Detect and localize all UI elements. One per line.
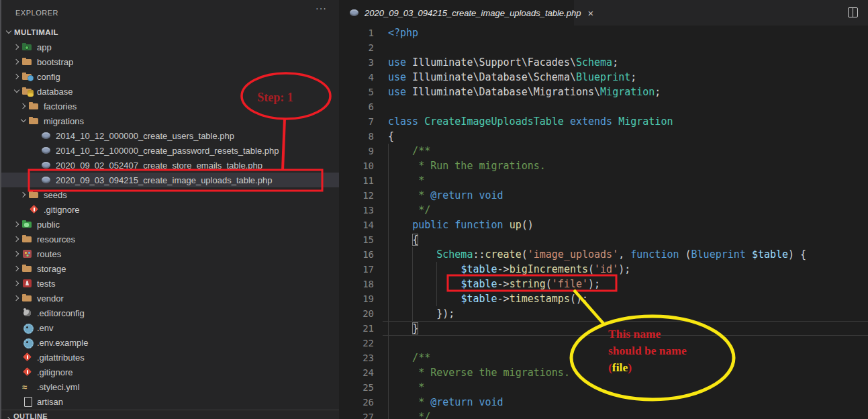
chevron-right-icon[interactable]: [19, 99, 28, 113]
line-number[interactable]: 13: [339, 203, 374, 218]
line-number[interactable]: 6: [339, 99, 374, 114]
code-line-4[interactable]: 4use Illuminate\Database\Schema\Blueprin…: [339, 70, 868, 85]
code-line-5[interactable]: 5use Illuminate\Database\Migrations\Migr…: [339, 85, 868, 99]
tree-item-.gitignore[interactable]: .gitignore: [1, 365, 339, 379]
chevron-right-icon[interactable]: [12, 246, 21, 261]
line-number[interactable]: 9: [339, 144, 374, 158]
code-line-17[interactable]: 17 $table->bigIncrements('id');: [339, 262, 868, 277]
line-number[interactable]: 7: [339, 114, 374, 129]
tree-item-routes[interactable]: routes: [1, 246, 339, 261]
code-line-3[interactable]: 3use Illuminate\Support\Facades\Schema;: [339, 55, 868, 70]
line-number[interactable]: 10: [339, 158, 374, 173]
code-line-11[interactable]: 11 *: [339, 173, 868, 188]
line-number[interactable]: 14: [339, 218, 374, 232]
line-number[interactable]: 20: [339, 306, 374, 321]
code-line-27[interactable]: 27 */: [339, 410, 868, 419]
tree-item-2020-09-02-052407-create-store-emails-table.php[interactable]: 2020_09_02_052407_create_store_emails_ta…: [1, 158, 339, 173]
code-line-1[interactable]: 1<?php: [339, 26, 868, 40]
code-area[interactable]: 1<?php23use Illuminate\Support\Facades\S…: [339, 26, 868, 419]
line-number[interactable]: 24: [339, 365, 374, 380]
chevron-right-icon[interactable]: [12, 69, 21, 84]
chevron-right-icon[interactable]: [12, 276, 21, 291]
tree-item-artisan[interactable]: artisan: [1, 394, 339, 409]
line-number[interactable]: 1: [339, 26, 374, 40]
code-line-2[interactable]: 2: [339, 40, 868, 55]
line-number[interactable]: 8: [339, 129, 374, 144]
tree-item-app[interactable]: app: [1, 40, 339, 54]
chevron-right-icon[interactable]: [12, 261, 21, 276]
tree-item-migrations[interactable]: migrations: [1, 113, 339, 128]
tree-item-database[interactable]: database: [1, 84, 339, 99]
tree-item-tests[interactable]: tests: [1, 276, 339, 291]
chevron-right-icon[interactable]: [19, 187, 28, 202]
line-number[interactable]: 15: [339, 232, 374, 247]
line-number[interactable]: 18: [339, 277, 374, 291]
tree-item-2014-10-12-000000-create-users-table.php[interactable]: 2014_10_12_000000_create_users_table.php: [1, 128, 339, 143]
code-line-19[interactable]: 19 $table->timestamps();: [339, 291, 868, 306]
code-line-13[interactable]: 13 */: [339, 203, 868, 218]
line-number[interactable]: 25: [339, 380, 374, 395]
code-line-16[interactable]: 16 Schema::create('image_uploads', funct…: [339, 247, 868, 262]
code-line-18[interactable]: 18 $table->string('file');: [339, 277, 868, 291]
code-line-7[interactable]: 7class CreateImageUploadsTable extends M…: [339, 114, 868, 129]
chevron-right-icon[interactable]: [12, 232, 21, 246]
line-number[interactable]: 4: [339, 70, 374, 85]
more-actions-icon[interactable]: ···: [316, 3, 327, 13]
line-number[interactable]: 5: [339, 85, 374, 99]
tree-item-.gitattributes[interactable]: .gitattributes: [1, 350, 339, 365]
code-line-12[interactable]: 12 * @return void: [339, 188, 868, 203]
line-number[interactable]: 12: [339, 188, 374, 203]
tree-item-2014-10-12-100000-create-password-resets-table.php[interactable]: 2014_10_12_100000_create_password_resets…: [1, 143, 339, 158]
tree-item-vendor[interactable]: vendor: [1, 291, 339, 306]
code-line-14[interactable]: 14 public function up(): [339, 218, 868, 232]
tree-item-public[interactable]: public: [1, 217, 339, 232]
code-line-20[interactable]: 20 });: [339, 306, 868, 321]
line-number[interactable]: 16: [339, 247, 374, 262]
tree-item-.styleci.yml[interactable]: .styleci.yml: [1, 379, 339, 394]
code-line-23[interactable]: 23 /**: [339, 351, 868, 365]
split-editor-icon[interactable]: [848, 7, 858, 17]
line-number[interactable]: 23: [339, 351, 374, 365]
code-line-22[interactable]: 22: [339, 336, 868, 351]
php-icon: [41, 160, 52, 171]
code-line-6[interactable]: 6: [339, 99, 868, 114]
close-tab-icon[interactable]: ×: [587, 8, 593, 18]
line-number[interactable]: 3: [339, 55, 374, 70]
tree-item-.env.example[interactable]: .env.example: [1, 335, 339, 350]
tree-item-bootstrap[interactable]: bootstrap: [1, 54, 339, 69]
chevron-right-icon[interactable]: [12, 291, 21, 306]
tree-item-.editorconfig[interactable]: .editorconfig: [1, 306, 339, 320]
line-number[interactable]: 26: [339, 395, 374, 410]
tree-item-.env[interactable]: .env: [1, 320, 339, 335]
code-line-8[interactable]: 8{: [339, 129, 868, 144]
tree-item-2020-09-03-094215-create-image-uploads-table.php[interactable]: 2020_09_03_094215_create_image_uploads_t…: [1, 173, 339, 187]
outline-section[interactable]: OUTLINE: [1, 410, 339, 419]
code-line-25[interactable]: 25 *: [339, 380, 868, 395]
line-number[interactable]: 19: [339, 291, 374, 306]
line-number[interactable]: 21: [339, 321, 374, 336]
code-line-10[interactable]: 10 * Run the migrations.: [339, 158, 868, 173]
line-number[interactable]: 17: [339, 262, 374, 277]
chevron-right-icon[interactable]: [12, 40, 21, 54]
tab-migration-file[interactable]: 2020_09_03_094215_create_image_uploads_t…: [339, 0, 574, 26]
chevron-right-icon[interactable]: [12, 217, 21, 232]
line-number[interactable]: 22: [339, 336, 374, 351]
code-line-15[interactable]: 15 {: [339, 232, 868, 247]
code-line-9[interactable]: 9 /**: [339, 144, 868, 158]
tree-root-multimail[interactable]: MULTIMAIL: [1, 25, 339, 40]
code-line-26[interactable]: 26 * @return void: [339, 395, 868, 410]
chevron-down-icon[interactable]: [12, 84, 21, 99]
code-line-21[interactable]: 21 }: [339, 321, 868, 336]
line-number[interactable]: 2: [339, 40, 374, 55]
tree-item-storage[interactable]: storage: [1, 261, 339, 276]
code-line-24[interactable]: 24 * Reverse the migrations.: [339, 365, 868, 380]
tree-item-factories[interactable]: factories: [1, 99, 339, 113]
line-number[interactable]: 27: [339, 410, 374, 419]
chevron-down-icon[interactable]: [19, 113, 28, 128]
tree-item-resources[interactable]: resources: [1, 232, 339, 246]
line-number[interactable]: 11: [339, 173, 374, 188]
tree-item-.gitignore[interactable]: .gitignore: [1, 202, 339, 217]
tree-item-config[interactable]: config: [1, 69, 339, 84]
chevron-right-icon[interactable]: [12, 54, 21, 69]
tree-item-seeds[interactable]: seeds: [1, 187, 339, 202]
